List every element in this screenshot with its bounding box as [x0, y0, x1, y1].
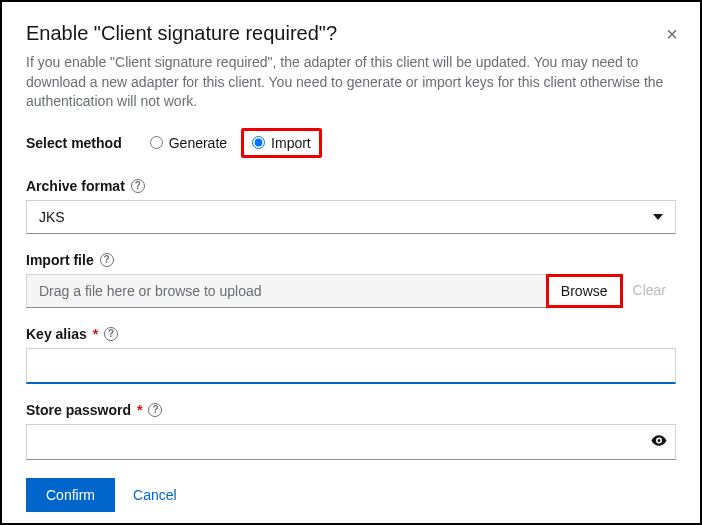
- archive-format-label-text: Archive format: [26, 178, 125, 194]
- confirm-button[interactable]: Confirm: [26, 478, 115, 512]
- key-alias-block: Key alias * ?: [26, 326, 676, 384]
- key-alias-label: Key alias * ?: [26, 326, 676, 342]
- archive-format-select[interactable]: JKS: [26, 200, 676, 234]
- import-file-label-text: Import file: [26, 252, 94, 268]
- cancel-button[interactable]: Cancel: [133, 487, 177, 503]
- dialog-footer: Confirm Cancel: [26, 478, 676, 512]
- import-file-row: Drag a file here or browse to upload Bro…: [26, 274, 676, 308]
- highlight-import: Import: [241, 128, 322, 158]
- clear-button[interactable]: Clear: [623, 274, 676, 308]
- store-password-wrap: [26, 424, 676, 460]
- key-alias-input[interactable]: [26, 348, 676, 384]
- radio-generate-label: Generate: [169, 135, 227, 151]
- archive-format-block: Archive format ? JKS: [26, 178, 676, 234]
- help-icon[interactable]: ?: [100, 253, 114, 267]
- help-icon[interactable]: ?: [104, 327, 118, 341]
- dialog: × Enable "Client signature required"? If…: [0, 0, 702, 525]
- key-alias-label-text: Key alias: [26, 326, 87, 342]
- radio-import-input[interactable]: [252, 136, 265, 149]
- help-icon[interactable]: ?: [148, 403, 162, 417]
- method-row: Select method Generate Import: [26, 128, 676, 158]
- close-icon[interactable]: ×: [666, 24, 678, 44]
- radio-import[interactable]: Import: [252, 135, 311, 151]
- radio-import-label: Import: [271, 135, 311, 151]
- import-file-block: Import file ? Drag a file here or browse…: [26, 252, 676, 308]
- archive-format-label: Archive format ?: [26, 178, 676, 194]
- required-marker: *: [93, 326, 98, 342]
- file-drop-placeholder: Drag a file here or browse to upload: [39, 283, 262, 299]
- dialog-description: If you enable "Client signature required…: [26, 53, 676, 112]
- highlight-browse: Browse: [546, 274, 623, 308]
- import-file-label: Import file ?: [26, 252, 676, 268]
- store-password-label-text: Store password: [26, 402, 131, 418]
- dialog-title: Enable "Client signature required"?: [26, 22, 676, 45]
- store-password-block: Store password * ?: [26, 402, 676, 460]
- radio-generate-input[interactable]: [150, 136, 163, 149]
- archive-format-value: JKS: [39, 209, 65, 225]
- chevron-down-icon: [653, 214, 663, 220]
- required-marker: *: [137, 402, 142, 418]
- help-icon[interactable]: ?: [131, 179, 145, 193]
- browse-button[interactable]: Browse: [553, 279, 616, 303]
- eye-icon[interactable]: [650, 431, 668, 452]
- store-password-input[interactable]: [26, 424, 676, 460]
- method-radio-group: Generate Import: [150, 128, 322, 158]
- file-drop-area[interactable]: Drag a file here or browse to upload: [26, 274, 547, 308]
- radio-generate[interactable]: Generate: [150, 135, 227, 151]
- store-password-label: Store password * ?: [26, 402, 676, 418]
- method-label: Select method: [26, 135, 122, 151]
